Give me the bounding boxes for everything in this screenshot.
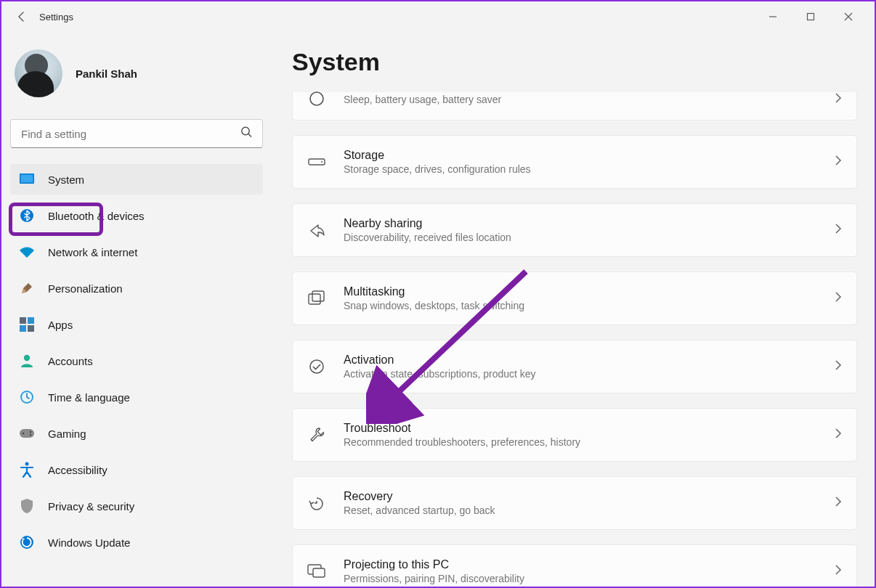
projecting-icon: [307, 562, 326, 581]
update-icon: [19, 534, 35, 550]
card-subtitle: Permissions, pairing PIN, discoverabilit…: [344, 573, 817, 584]
search-input[interactable]: [10, 119, 263, 148]
back-button[interactable]: [7, 2, 36, 31]
profile-block[interactable]: Pankil Shah: [10, 41, 263, 115]
sidebar-item-label: Time & language: [48, 391, 130, 404]
sidebar-item-privacy[interactable]: Privacy & security: [10, 491, 263, 521]
sidebar-item-accessibility[interactable]: Accessibility: [10, 454, 263, 485]
sidebar-item-label: System: [48, 173, 84, 186]
troubleshoot-icon: [307, 425, 326, 444]
sidebar-item-label: Gaming: [48, 428, 86, 440]
gaming-icon: [19, 425, 35, 441]
svg-point-25: [310, 360, 323, 373]
svg-rect-27: [313, 568, 325, 577]
sidebar-item-label: Apps: [48, 319, 73, 331]
maximize-button[interactable]: [800, 7, 821, 27]
svg-rect-8: [28, 317, 34, 324]
bluetooth-icon: [19, 208, 35, 224]
activation-icon: [307, 357, 326, 376]
chevron-right-icon: [835, 496, 842, 510]
sidebar-item-update[interactable]: Windows Update: [10, 527, 263, 558]
settings-card-recovery[interactable]: Recovery Reset, advanced startup, go bac…: [292, 476, 857, 530]
card-title: Projecting to this PC: [344, 558, 817, 571]
system-icon: [19, 171, 35, 187]
svg-rect-24: [312, 291, 324, 301]
sidebar-item-network[interactable]: Network & internet: [10, 237, 263, 267]
sidebar-item-label: Network & internet: [48, 246, 137, 258]
settings-card-storage[interactable]: Storage Storage space, drives, configura…: [292, 135, 857, 189]
card-title: Nearby sharing: [344, 217, 817, 230]
svg-point-2: [242, 127, 249, 134]
sidebar-item-accounts[interactable]: Accounts: [10, 346, 263, 376]
sidebar-item-label: Personalization: [48, 282, 123, 295]
svg-point-20: [310, 92, 323, 105]
search-icon: [240, 126, 253, 142]
page-title: System: [292, 48, 857, 76]
settings-card-power[interactable]: Sleep, battery usage, battery saver: [292, 92, 857, 121]
time-icon: [19, 389, 35, 405]
svg-point-17: [30, 434, 31, 436]
sidebar-item-personalization[interactable]: Personalization: [10, 273, 263, 303]
settings-card-multitasking[interactable]: Multitasking Snap windows, desktops, tas…: [292, 271, 857, 325]
sidebar-item-apps[interactable]: Apps: [10, 309, 263, 340]
card-subtitle: Discoverability, received files location: [344, 232, 817, 243]
card-subtitle: Storage space, drives, configuration rul…: [344, 163, 817, 175]
sidebar-item-bluetooth[interactable]: Bluetooth & devices: [10, 200, 263, 231]
card-subtitle: Sleep, battery usage, battery saver: [344, 94, 817, 105]
window-controls: [763, 7, 869, 27]
chevron-right-icon: [835, 223, 842, 237]
apps-icon: [19, 317, 35, 332]
card-subtitle: Snap windows, desktops, task switching: [344, 300, 817, 311]
card-title: Multitasking: [344, 285, 817, 298]
sidebar-item-label: Windows Update: [48, 536, 130, 549]
svg-point-22: [321, 161, 323, 163]
sidebar: Pankil Shah System Bluetooth & devices N…: [1, 32, 272, 587]
sidebar-item-time[interactable]: Time & language: [10, 382, 263, 412]
share-icon: [307, 221, 326, 240]
card-subtitle: Recommended troubleshooters, preferences…: [344, 436, 817, 448]
privacy-icon: [19, 498, 35, 514]
avatar: [15, 49, 62, 97]
svg-point-18: [25, 462, 29, 466]
network-icon: [19, 244, 35, 260]
svg-rect-10: [28, 325, 34, 332]
svg-rect-14: [20, 429, 34, 438]
chevron-right-icon: [835, 155, 842, 169]
settings-card-activation[interactable]: Activation Activation state, subscriptio…: [292, 340, 857, 393]
svg-rect-9: [20, 325, 26, 332]
card-title: Storage: [344, 149, 817, 162]
search-box: [10, 119, 263, 148]
close-button[interactable]: [838, 7, 859, 27]
sidebar-item-system[interactable]: System: [10, 164, 263, 195]
storage-icon: [307, 152, 326, 171]
card-title: Recovery: [344, 490, 817, 503]
svg-point-15: [23, 433, 24, 434]
chevron-right-icon: [835, 92, 842, 107]
svg-point-16: [30, 431, 31, 433]
svg-rect-1: [808, 14, 814, 20]
sidebar-item-label: Accounts: [48, 355, 93, 367]
sidebar-item-label: Accessibility: [48, 464, 108, 476]
card-subtitle: Reset, advanced startup, go back: [344, 505, 817, 516]
accounts-icon: [19, 353, 35, 369]
card-subtitle: Activation state, subscriptions, product…: [344, 368, 817, 380]
settings-card-troubleshoot[interactable]: Troubleshoot Recommended troubleshooters…: [292, 408, 857, 462]
settings-card-projecting[interactable]: Projecting to this PC Permissions, pairi…: [292, 544, 857, 587]
titlebar: Settings: [1, 1, 875, 32]
svg-rect-5: [21, 175, 33, 183]
svg-rect-7: [20, 317, 26, 324]
chevron-right-icon: [835, 359, 842, 374]
minimize-button[interactable]: [763, 7, 783, 27]
main-content: System Sleep, battery usage, battery sav…: [272, 32, 875, 587]
sidebar-item-label: Bluetooth & devices: [48, 210, 145, 222]
chevron-right-icon: [835, 564, 842, 579]
personalization-icon: [19, 280, 35, 296]
profile-name: Pankil Shah: [76, 68, 137, 80]
multitasking-icon: [307, 289, 326, 308]
chevron-right-icon: [835, 428, 842, 442]
svg-rect-23: [309, 294, 320, 304]
svg-line-3: [248, 134, 251, 137]
settings-card-nearby-sharing[interactable]: Nearby sharing Discoverability, received…: [292, 203, 857, 257]
sidebar-item-gaming[interactable]: Gaming: [10, 418, 263, 449]
sidebar-item-label: Privacy & security: [48, 500, 134, 513]
